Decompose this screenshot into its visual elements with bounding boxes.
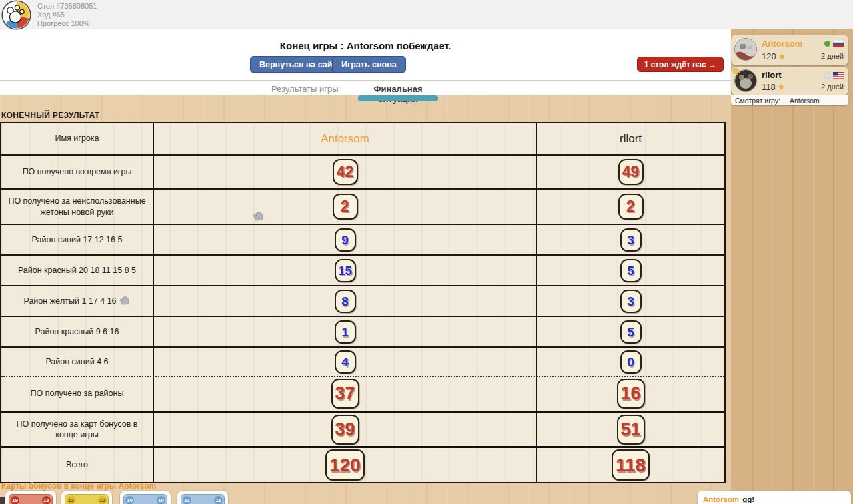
player-score: 118★ [762,82,785,92]
bonus-card[interactable]: 11 11 [177,491,228,504]
online-status-dot [824,41,830,47]
final-result-heading: КОНЕЧНЫЙ РЕЗУЛЬТАТ [1,111,99,120]
time-remaining: 2 дней [821,52,844,60]
bga-logo-icon[interactable] [1,0,31,30]
row-label: ПО получено во время игры [1,156,154,188]
score-badge: 3 [620,290,642,313]
row-label: Район синий 4 6 [1,348,154,376]
game-end-header: Конец игры : Antorsom побеждает. Вернуть… [0,29,731,95]
name-column-header: Имя игрока [1,123,154,154]
table-number: Стол #735808051 [37,2,97,11]
card-value-badge: 10 [157,496,165,504]
row-label-text: Район жёлтый 1 17 4 16 [23,296,116,306]
away-status-dot [824,73,830,79]
bonus-card[interactable]: 12 12 [61,491,112,504]
score-badge: 5 [620,259,642,282]
card-value-badge: 19 [11,496,19,504]
flag-russia-icon [833,40,844,47]
score-badge: 8 [335,290,356,313]
chat-message: Antorsom gg! [698,491,851,504]
bonus-card-face: 10 10 [123,494,167,504]
score-badge: 1 [335,320,356,344]
score-badge: 9 [335,228,356,252]
tab-game-results[interactable]: Результаты игры [271,84,339,94]
flag-usa-icon [833,72,844,79]
score-value: 118 [762,82,776,92]
bonus-card[interactable]: 19 19 [5,491,56,504]
bonus-card-face: 19 19 [9,494,53,504]
score-badge: 5 [620,320,642,344]
bonus-card-face: 11 11 [181,494,225,504]
row-label: ПО получено за карт бонусов в конце игры [1,413,154,446]
status-and-flag [824,72,844,79]
score-badge: 2 [618,194,644,220]
player-score: 120★ [762,51,786,61]
table-row: Район синий 4 6 4 0 [1,346,724,376]
score-badge: 42 [333,159,358,185]
player-name[interactable]: Antorsom [762,39,802,49]
status-and-flag [824,40,844,47]
table-row: ПО получено во время игры 42 49 [1,154,724,188]
total-score-badge: 118 [612,449,650,481]
game-end-title: Конец игры : Antorsom побеждает. [0,40,731,51]
player-name-antorsom: Antorsom [154,123,537,154]
top-bar: Стол #735808051 Ход #65 Прогресс 100% [0,0,853,29]
row-label: Район жёлтый 1 17 4 16 [1,286,154,316]
table-row: ПО получено за районы 37 16 [1,376,724,411]
card-value-badge: 11 [214,496,223,504]
bonus-cards-heading: Карты бонусов в конце игры Antorsom [1,481,156,491]
player-panel-rllort: ★ rllort 118★ 2 дней [731,67,848,95]
chat-text: gg! [742,495,754,503]
row-label: ПО получено за неиспользованные жетоны н… [1,190,154,224]
move-number: Ход #65 [37,11,97,19]
card-value-badge: 10 [125,496,134,504]
score-badge: 2 [333,194,358,220]
score-badge: 0 [620,350,642,374]
score-badge: 49 [618,159,644,185]
score-badge: 37 [331,379,359,409]
row-label: Всего [1,448,154,482]
row-label: Район красный 20 18 11 15 8 5 [1,256,154,285]
score-badge: 51 [617,415,645,445]
table-waiting-button[interactable]: 1 стол ждёт вас → [637,57,724,72]
row-label: Район синий 17 12 16 5 [1,225,154,254]
player-name-rllort: rllort [537,123,724,154]
spectator-name[interactable]: Antorsom [790,97,820,105]
spectators-bar: Смотрят игру: Antorsom [731,95,848,105]
card-value-badge: 19 [42,496,51,504]
star-icon: ★ [778,82,786,92]
first-place-star-icon: ★ [732,65,740,76]
elephant-icon [119,294,131,308]
table-header-row: Имя игрока Antorsom rllort [1,123,724,154]
table-row: ПО получено за неиспользованные жетоны н… [1,188,724,224]
chat-author[interactable]: Antorsom [703,495,739,503]
spectators-label: Смотрят игру: [735,97,780,105]
card-value-badge: 12 [98,496,107,504]
row-label: ПО получено за районы [1,377,154,411]
player-panel-antorsom: Antorsom 120★ 2 дней [731,35,848,65]
star-icon: ★ [778,51,786,61]
final-results-table: Имя игрока Antorsom rllort ПО получено в… [0,122,726,483]
active-tab-underline [358,95,438,101]
score-badge: 3 [620,228,642,252]
row-label: Район красный 9 6 16 [1,317,154,346]
elephant-icon [253,210,265,224]
bonus-card[interactable]: 10 10 [120,491,171,504]
score-badge: 4 [335,350,356,374]
table-row: Район красный 9 6 16 1 5 [1,316,724,346]
table-row: Район красный 20 18 11 15 8 5 15 5 [1,254,724,285]
score-badge: 39 [331,415,359,445]
card-value-badge: 12 [67,496,75,504]
player-name[interactable]: rllort [762,70,782,80]
play-again-button[interactable]: Играть снова [332,56,406,73]
avatar[interactable] [734,38,757,61]
table-row-total: Всего 120 118 [1,446,724,482]
score-value: 120 [762,51,776,61]
header-divider [0,80,731,81]
score-badge: 16 [617,379,645,409]
card-value-badge: 11 [183,496,191,504]
game-end-page: Стол #735808051 Ход #65 Прогресс 100% Ко… [0,0,853,504]
time-remaining: 2 дней [821,83,844,91]
progress-label: Прогресс 100% [37,19,97,28]
table-row: Район синий 17 12 16 5 9 3 [1,224,724,254]
